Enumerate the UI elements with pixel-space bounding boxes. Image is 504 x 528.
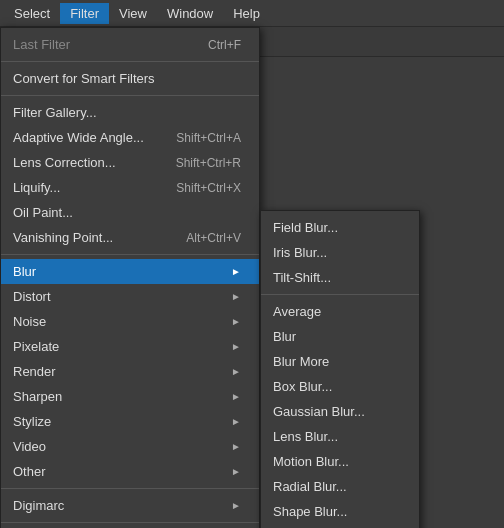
average-label: Average [273,304,321,319]
adaptive-wide-angle-label: Adaptive Wide Angle... [13,130,144,145]
menu-item-blur[interactable]: Blur ► [1,259,259,284]
menubar-item-view[interactable]: View [109,3,157,24]
distort-label: Distort [13,289,51,304]
menu-item-liquify[interactable]: Liquify... Shift+Ctrl+X [1,175,259,200]
tilt-shift-label: Tilt-Shift... [273,270,331,285]
separator-1 [1,61,259,62]
menu-item-pixelate[interactable]: Pixelate ► [1,334,259,359]
blur-only-label: Blur [273,329,296,344]
separator-5 [1,522,259,523]
menubar: Select Filter View Window Help [0,0,504,27]
menubar-item-help[interactable]: Help [223,3,270,24]
filter-gallery-label: Filter Gallery... [13,105,97,120]
submenu-average[interactable]: Average [261,299,419,324]
separator-3 [1,254,259,255]
separator-4 [1,488,259,489]
vanishing-point-shortcut: Alt+Ctrl+V [186,231,241,245]
menu-item-distort[interactable]: Distort ► [1,284,259,309]
iris-blur-label: Iris Blur... [273,245,327,260]
menu-item-vanishing-point[interactable]: Vanishing Point... Alt+Ctrl+V [1,225,259,250]
submenu-iris-blur[interactable]: Iris Blur... [261,240,419,265]
menubar-item-window[interactable]: Window [157,3,223,24]
stylize-label: Stylize [13,414,51,429]
render-arrow-icon: ► [231,366,241,377]
liquify-shortcut: Shift+Ctrl+X [176,181,241,195]
adaptive-wide-angle-shortcut: Shift+Ctrl+A [176,131,241,145]
radial-blur-label: Radial Blur... [273,479,347,494]
liquify-label: Liquify... [13,180,60,195]
gaussian-blur-label: Gaussian Blur... [273,404,365,419]
menu-item-sharpen[interactable]: Sharpen ► [1,384,259,409]
pixelate-label: Pixelate [13,339,59,354]
other-arrow-icon: ► [231,466,241,477]
video-label: Video [13,439,46,454]
separator-2 [1,95,259,96]
oil-paint-label: Oil Paint... [13,205,73,220]
digimarc-arrow-icon: ► [231,500,241,511]
distort-arrow-icon: ► [231,291,241,302]
menubar-item-filter[interactable]: Filter [60,3,109,24]
noise-arrow-icon: ► [231,316,241,327]
last-filter-shortcut: Ctrl+F [208,38,241,52]
menubar-item-select[interactable]: Select [4,3,60,24]
menu-item-render[interactable]: Render ► [1,359,259,384]
sharpen-label: Sharpen [13,389,62,404]
submenu-lens-blur[interactable]: Lens Blur... [261,424,419,449]
video-arrow-icon: ► [231,441,241,452]
submenu-gaussian-blur[interactable]: Gaussian Blur... [261,399,419,424]
vanishing-point-label: Vanishing Point... [13,230,113,245]
submenu-blur-more[interactable]: Blur More [261,349,419,374]
menu-item-other[interactable]: Other ► [1,459,259,484]
pixelate-arrow-icon: ► [231,341,241,352]
box-blur-label: Box Blur... [273,379,332,394]
blur-arrow-icon: ► [231,266,241,277]
submenu-box-blur[interactable]: Box Blur... [261,374,419,399]
menu-item-convert-smart-filters[interactable]: Convert for Smart Filters [1,66,259,91]
menu-item-noise[interactable]: Noise ► [1,309,259,334]
render-label: Render [13,364,56,379]
submenu-radial-blur[interactable]: Radial Blur... [261,474,419,499]
dropdown-container: Last Filter Ctrl+F Convert for Smart Fil… [0,27,260,528]
sharpen-arrow-icon: ► [231,391,241,402]
submenu-shape-blur[interactable]: Shape Blur... [261,499,419,524]
filter-menu: Last Filter Ctrl+F Convert for Smart Fil… [0,27,260,528]
submenu-blur[interactable]: Blur [261,324,419,349]
lens-correction-label: Lens Correction... [13,155,116,170]
submenu-field-blur[interactable]: Field Blur... [261,215,419,240]
noise-label: Noise [13,314,46,329]
submenu-smart-blur[interactable]: Smart Blur... [261,524,419,528]
submenu-separator-1 [261,294,419,295]
lens-blur-label: Lens Blur... [273,429,338,444]
field-blur-label: Field Blur... [273,220,338,235]
digimarc-label: Digimarc [13,498,64,513]
menu-item-oil-paint[interactable]: Oil Paint... [1,200,259,225]
submenu-motion-blur[interactable]: Motion Blur... [261,449,419,474]
submenu-tilt-shift[interactable]: Tilt-Shift... [261,265,419,290]
convert-smart-filters-label: Convert for Smart Filters [13,71,155,86]
stylize-arrow-icon: ► [231,416,241,427]
last-filter-label: Last Filter [13,37,70,52]
menu-item-video[interactable]: Video ► [1,434,259,459]
menu-item-adaptive-wide-angle[interactable]: Adaptive Wide Angle... Shift+Ctrl+A [1,125,259,150]
menu-item-digimarc[interactable]: Digimarc ► [1,493,259,518]
motion-blur-label: Motion Blur... [273,454,349,469]
shape-blur-label: Shape Blur... [273,504,347,519]
blur-more-label: Blur More [273,354,329,369]
menu-item-lens-correction[interactable]: Lens Correction... Shift+Ctrl+R [1,150,259,175]
menu-item-last-filter[interactable]: Last Filter Ctrl+F [1,32,259,57]
lens-correction-shortcut: Shift+Ctrl+R [176,156,241,170]
blur-label: Blur [13,264,36,279]
menu-item-stylize[interactable]: Stylize ► [1,409,259,434]
blur-submenu: Field Blur... Iris Blur... Tilt-Shift...… [260,210,420,528]
menu-item-filter-gallery[interactable]: Filter Gallery... [1,100,259,125]
other-label: Other [13,464,46,479]
